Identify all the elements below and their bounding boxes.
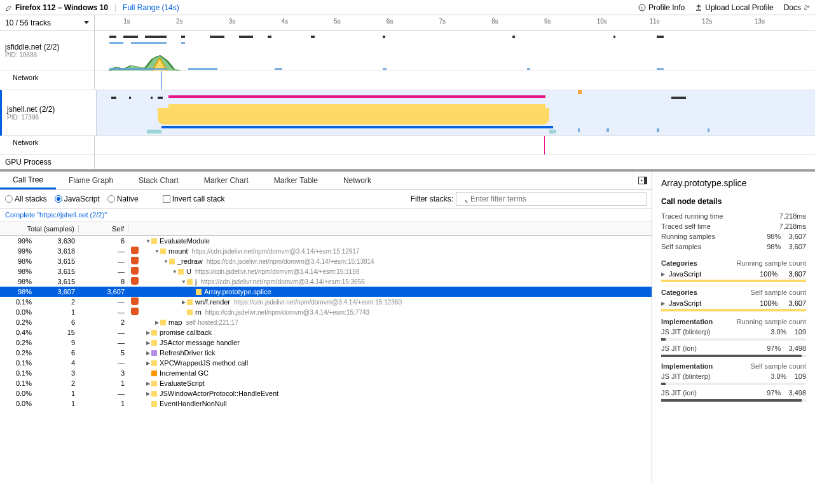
tree-row[interactable]: 0.0%1—▶JSWindowActorProtocol::HandleEven…: [0, 388, 652, 398]
svg-text:i: i: [641, 5, 643, 11]
sidebar-icon: [638, 177, 647, 184]
category-swatch: [196, 289, 202, 295]
tree-row[interactable]: 0.1%2—▶wn/f.renderhttps://cdn.jsdelivr.n…: [0, 297, 652, 307]
category-swatch: [187, 299, 193, 305]
twisty-icon[interactable]: ▶: [145, 339, 151, 346]
track-content[interactable]: [95, 31, 815, 71]
track-row[interactable]: GPU Process: [0, 155, 815, 170]
category-row[interactable]: ▶JavaScript100% 3,607: [661, 268, 806, 280]
twisty-icon[interactable]: ▼: [172, 268, 178, 275]
upload-profile-button[interactable]: Upload Local Profile: [695, 3, 773, 12]
profile-info-button[interactable]: i Profile Info: [638, 3, 685, 12]
track-content[interactable]: [97, 90, 815, 135]
track-content[interactable]: [95, 155, 815, 169]
tab-call-tree[interactable]: Call Tree: [0, 172, 56, 189]
ext-badge-icon: [131, 257, 139, 264]
tree-row[interactable]: 98%3,615—▼_redrawhttps://cdn.jsdelivr.ne…: [0, 256, 652, 266]
track-content[interactable]: [95, 71, 815, 90]
tree-row[interactable]: 0.1%21▶EvaluateScript: [0, 378, 652, 388]
tree-header: Total (samples) Self: [0, 222, 652, 236]
top-bar: Firefox 112 – Windows 10 | Full Range (1…: [0, 0, 815, 15]
tree-row[interactable]: 0.1%4—▶XPCWrappedJS method call: [0, 358, 652, 368]
category-swatch: [151, 371, 157, 376]
toggle-sidebar-button[interactable]: [633, 172, 652, 189]
tree-row[interactable]: 0.2%62▶mapself-hosted:221:17: [0, 317, 652, 327]
twisty-icon[interactable]: ▶: [145, 329, 151, 336]
tree-row[interactable]: 0.1%33Incremental GC: [0, 368, 652, 378]
call-tree[interactable]: 99%3,6306▼EvaluateModule99%3,618—▼mounth…: [0, 236, 652, 484]
twisty-icon[interactable]: ▼: [154, 248, 160, 254]
tree-row[interactable]: 99%3,618—▼mounthttps://cdn.jsdelivr.net/…: [0, 246, 652, 256]
ext-badge-icon: [131, 267, 139, 275]
track-network-row[interactable]: Network: [0, 71, 815, 90]
twisty-icon[interactable]: ▶: [181, 299, 187, 305]
twisty-icon[interactable]: ▶: [154, 319, 160, 325]
details-panes: Call TreeFlame GraphStack ChartMarker Ch…: [0, 170, 815, 484]
upload-icon: [695, 4, 702, 11]
detail-tabs: Call TreeFlame GraphStack ChartMarker Ch…: [0, 172, 652, 190]
track-network-row[interactable]: Network: [0, 136, 815, 155]
range-breadcrumb[interactable]: Full Range (14s): [123, 3, 179, 12]
track-title: jshell.net (2/2): [7, 105, 91, 114]
tree-row[interactable]: 99%3,6306▼EvaluateModule: [0, 236, 652, 246]
track-network-label: Network: [0, 71, 95, 90]
track-count-dropdown[interactable]: 10 / 56 tracks: [0, 15, 95, 30]
twisty-icon[interactable]: ▼: [181, 278, 187, 285]
tab-marker-chart[interactable]: Marker Chart: [191, 172, 261, 189]
twisty-icon[interactable]: ▶: [145, 390, 151, 397]
ruler-tick: 5s: [334, 18, 341, 25]
stack-type-radio[interactable]: All stacks: [5, 194, 47, 203]
thread-breadcrumb[interactable]: Complete "https://jshell.net (2/2)": [0, 208, 652, 222]
ruler-tick: 1s: [123, 18, 130, 25]
tree-row[interactable]: 0.2%9—▶JSActor message handler: [0, 337, 652, 348]
category-swatch: [151, 401, 157, 407]
category-swatch: [187, 310, 193, 315]
tab-flame-graph[interactable]: Flame Graph: [56, 172, 126, 189]
twisty-icon[interactable]: ▶: [145, 350, 151, 356]
tracks-area: jsfiddle.net (2/2) PID: 10888 Network js…: [0, 31, 815, 170]
tree-row[interactable]: 0.4%15—▶promise callback: [0, 327, 652, 337]
filter-stacks-input[interactable]: [456, 192, 647, 206]
chevron-down-icon: [84, 21, 89, 24]
timeline-header: 10 / 56 tracks 1s2s3s4s5s6s7s8s9s10s11s1…: [0, 15, 815, 31]
tree-row[interactable]: 0.0%11EventHandlerNonNull: [0, 398, 652, 409]
ruler-tick: 13s: [755, 18, 765, 25]
sidebar: Array.prototype.splice Call node details…: [652, 172, 815, 484]
ruler-tick: 10s: [597, 18, 607, 25]
track-row[interactable]: jsfiddle.net (2/2) PID: 10888: [0, 31, 815, 71]
ext-badge-icon: [131, 277, 139, 285]
category-swatch: [160, 249, 166, 254]
tree-row[interactable]: 0.2%65▶RefreshDriver tick: [0, 348, 652, 358]
ruler-tick: 2s: [176, 18, 183, 25]
invert-checkbox[interactable]: Invert call stack: [163, 194, 225, 203]
tab-marker-table[interactable]: Marker Table: [261, 172, 331, 189]
twisty-icon[interactable]: ▶: [145, 380, 151, 386]
stack-type-radio[interactable]: JavaScript: [55, 194, 100, 203]
tree-row[interactable]: 98%3,6158▼jhttps://cdn.jsdelivr.net/npm/…: [0, 276, 652, 287]
tree-row[interactable]: 98%3,615—▼Uhttps://cdn.jsdelivr.net/npm/…: [0, 266, 652, 276]
track-title: GPU Process: [5, 158, 89, 167]
tree-row[interactable]: 0.0%1—rnhttps://cdn.jsdelivr.net/npm/dom…: [0, 307, 652, 317]
tab-stack-chart[interactable]: Stack Chart: [126, 172, 191, 189]
track-content[interactable]: [95, 136, 815, 154]
track-pid: PID: 10888: [5, 51, 89, 58]
calltree-toolbar: All stacksJavaScriptNative Invert call s…: [0, 190, 652, 208]
ruler-tick: 9s: [544, 18, 551, 25]
category-swatch: [169, 259, 175, 264]
docs-link[interactable]: Docs: [784, 3, 810, 12]
info-icon: i: [638, 4, 646, 11]
edit-icon: [5, 4, 13, 11]
twisty-icon: [145, 400, 151, 407]
profile-name[interactable]: Firefox 112 – Windows 10: [5, 3, 108, 12]
track-row[interactable]: jshell.net (2/2) PID: 17396: [0, 90, 815, 136]
timeline-ruler[interactable]: 1s2s3s4s5s6s7s8s9s10s11s12s13s: [95, 15, 815, 30]
twisty-icon[interactable]: ▶: [145, 360, 151, 366]
tree-row[interactable]: 98%3,6073,607Array.prototype.splice: [0, 287, 652, 297]
stack-type-radio[interactable]: Native: [107, 194, 139, 203]
ruler-tick: 8s: [491, 18, 498, 25]
twisty-icon: [145, 370, 151, 376]
category-row[interactable]: ▶JavaScript100% 3,607: [661, 297, 806, 309]
twisty-icon[interactable]: ▼: [145, 238, 151, 244]
twisty-icon[interactable]: ▼: [163, 258, 169, 264]
tab-network[interactable]: Network: [331, 172, 384, 189]
